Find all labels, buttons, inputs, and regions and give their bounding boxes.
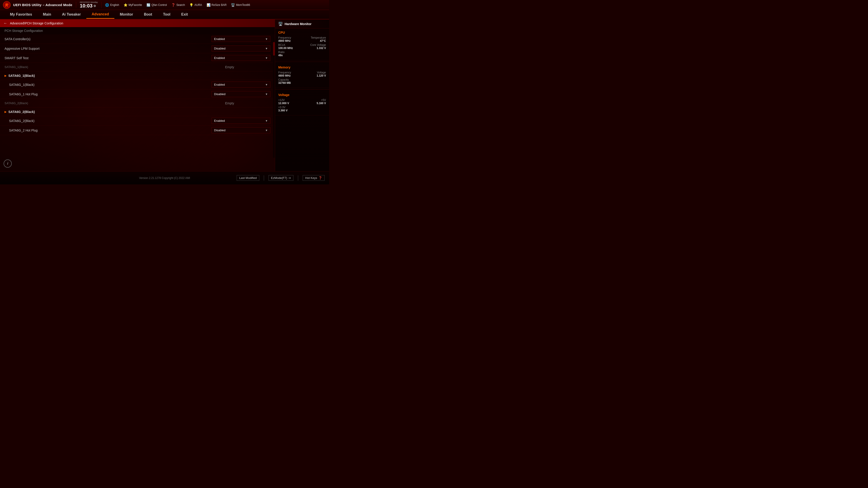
svg-point-1 <box>6 4 7 6</box>
cpu-bclk-value: 100.00 MHz <box>278 46 293 50</box>
row-aggressive-lpm[interactable]: Aggressive LPM Support Disabled ▼ <box>0 44 275 53</box>
aggressive-lpm-dropdown[interactable]: Disabled ▼ <box>212 45 270 52</box>
cpu-freq-label: Frequency <box>278 36 291 39</box>
ezmode-label: EzMode(F7) <box>271 176 287 180</box>
toolbar-aura[interactable]: 💡 AURA <box>189 3 202 7</box>
chevron-down-icon: ▼ <box>265 83 268 86</box>
version-text: Version 2.21.1278 Copyright (C) 2022 AMI <box>139 176 190 180</box>
mem-cap-value: 32768 MB <box>278 81 291 85</box>
sata-controllers-label: SATA Controller(s) <box>4 37 212 41</box>
toolbar-search[interactable]: ❓ Search <box>171 3 185 7</box>
chevron-down-icon: ▼ <box>265 37 268 41</box>
nav-main[interactable]: Main <box>37 11 57 18</box>
back-arrow-icon[interactable]: ← <box>4 21 7 25</box>
hw-section-cpu: CPU Frequency 4900 MHz Temperature 47°C … <box>275 29 329 60</box>
nav-advanced[interactable]: Advanced <box>86 10 114 19</box>
cpu-ratio-row: Ratio 49x <box>278 51 326 57</box>
memtest-icon: 🖥️ <box>231 3 235 7</box>
row-sata6g1-group[interactable]: ▶ SATA6G_1(Black) <box>0 71 275 80</box>
row-sata6g2-hotplug[interactable]: SATA6G_2 Hot Plug Disabled ▼ <box>0 126 275 135</box>
fan-icon: 🔄 <box>147 3 150 7</box>
voltage-section-title: Voltage <box>278 93 326 97</box>
hotkeys-button[interactable]: Hot Keys ❓ <box>303 175 324 181</box>
toolbar-myfavorite[interactable]: ⭐ MyFavorite <box>124 3 142 7</box>
hw-divider-1 <box>275 62 329 62</box>
row-sata6g1-hotplug[interactable]: SATA6G_1 Hot Plug Disabled ▼ <box>0 90 275 99</box>
globe-icon: 🌐 <box>105 3 109 7</box>
section-header: PCH Storage Configuration <box>0 27 275 34</box>
nav-aitweaker[interactable]: Ai Tweaker <box>57 11 86 18</box>
sata6g2-hotplug-dropdown[interactable]: Disabled ▼ <box>212 127 270 133</box>
hw-monitor-title: Hardware Monitor <box>285 22 311 26</box>
volt-33v-row: +3.3V 3.360 V <box>278 106 326 112</box>
row-smart-self-test[interactable]: SMART Self Test Enabled ▼ <box>0 53 275 63</box>
chevron-down-icon: ▼ <box>265 119 268 123</box>
aura-icon: 💡 <box>189 3 193 7</box>
expand-arrow-icon: ▶ <box>4 74 6 77</box>
sata6g1-enable-label: SATA6G_1(Black) <box>9 83 212 87</box>
ezmode-button[interactable]: EzMode(F7) ⇒ <box>269 175 293 181</box>
sata6g1-hotplug-label: SATA6G_1 Hot Plug <box>9 92 212 96</box>
sata6g1-hotplug-dropdown[interactable]: Disabled ▼ <box>212 91 270 97</box>
hw-divider-2 <box>275 89 329 90</box>
monitor-icon: 🖥️ <box>278 22 283 26</box>
mem-volt-value: 1.120 V <box>317 74 326 77</box>
cpu-ratio-value: 49x <box>278 54 285 57</box>
hotkeys-label: Hot Keys <box>305 176 317 180</box>
ezmode-arrow-icon: ⇒ <box>288 176 291 180</box>
scrollbar-track[interactable] <box>273 37 275 158</box>
hw-monitor-header: 🖥️ Hardware Monitor <box>275 20 329 29</box>
last-modified-button[interactable]: Last Modified <box>237 175 259 181</box>
nav-boot[interactable]: Boot <box>138 11 158 18</box>
resizebar-icon: 📊 <box>207 3 211 7</box>
row-sata6g2-group[interactable]: ▶ SATA6G_2(Black) <box>0 107 275 116</box>
row-sata6g1-enable[interactable]: SATA6G_1(Black) Enabled ▼ <box>0 80 275 90</box>
row-sata6g1-status: SATA6G_1(Black) Empty <box>0 63 275 71</box>
mem-freq-value: 4800 MHz <box>278 74 291 77</box>
sata6g1-group-label: SATA6G_1(Black) <box>8 74 270 77</box>
main-nav: My Favorites Main Ai Tweaker Advanced Mo… <box>0 10 329 20</box>
star-icon: ⭐ <box>124 3 127 7</box>
volt-33v-label: +3.3V <box>278 106 287 109</box>
sata-controllers-dropdown[interactable]: Enabled ▼ <box>212 36 270 42</box>
rog-logo <box>3 1 11 9</box>
datetime: 08/22/2022 Monday 10:03 ⚙ <box>80 1 98 8</box>
top-bar: UEFI BIOS Utility – Advanced Mode 08/22/… <box>0 0 329 10</box>
nav-monitor[interactable]: Monitor <box>114 11 138 18</box>
smart-self-test-dropdown[interactable]: Enabled ▼ <box>212 55 270 61</box>
cpu-freq-value: 4900 MHz <box>278 39 291 42</box>
row-sata-controllers[interactable]: SATA Controller(s) Enabled ▼ <box>0 34 275 44</box>
logo-title: UEFI BIOS Utility – Advanced Mode <box>3 1 72 9</box>
sata6g2-hotplug-label: SATA6G_2 Hot Plug <box>9 129 212 132</box>
nav-favorites[interactable]: My Favorites <box>4 11 37 18</box>
hw-section-voltage: Voltage +12V 12.000 V +5V 5.160 V +3.3V … <box>275 91 329 116</box>
row-sata6g2-status: SATA6G_2(Black) Empty <box>0 99 275 107</box>
question-icon: ❓ <box>171 3 175 7</box>
left-panel: ← Advanced\PCH Storage Configuration PCH… <box>0 20 275 171</box>
bios-title: UEFI BIOS Utility – Advanced Mode <box>13 3 72 7</box>
nav-tool[interactable]: Tool <box>158 11 176 18</box>
row-sata6g2-enable[interactable]: SATA6G_2(Black) Enabled ▼ <box>0 116 275 126</box>
bottom-divider-2 <box>298 175 298 181</box>
gear-icon[interactable]: ⚙ <box>93 4 96 7</box>
cpu-corevolt-value: 1.332 V <box>310 46 326 50</box>
bottom-divider-1 <box>264 175 264 181</box>
toolbar-english[interactable]: 🌐 English <box>105 3 119 7</box>
nav-exit[interactable]: Exit <box>176 11 193 18</box>
cpu-bclk-label: BCLK <box>278 43 293 46</box>
info-button[interactable]: i <box>4 160 12 168</box>
toolbar-memtest[interactable]: 🖥️ MemTest86 <box>231 3 250 7</box>
volt-33v-value: 3.360 V <box>278 109 287 112</box>
chevron-down-icon: ▼ <box>265 57 268 60</box>
scrollbar-thumb[interactable] <box>273 42 275 56</box>
sata6g2-status-value: Empty <box>225 101 270 105</box>
sata6g1-enable-dropdown[interactable]: Enabled ▼ <box>212 82 270 88</box>
volt-5v-value: 5.160 V <box>317 102 326 105</box>
toolbar-qfan[interactable]: 🔄 Qfan Control <box>147 3 167 7</box>
mem-volt-label: Voltage <box>317 71 326 74</box>
time-display: 10:03 ⚙ <box>80 3 96 8</box>
chevron-down-icon: ▼ <box>265 47 268 50</box>
chevron-down-icon: ▼ <box>265 93 268 96</box>
sata6g2-enable-dropdown[interactable]: Enabled ▼ <box>212 118 270 124</box>
toolbar-resizebar[interactable]: 📊 ReSize BAR <box>207 3 227 7</box>
